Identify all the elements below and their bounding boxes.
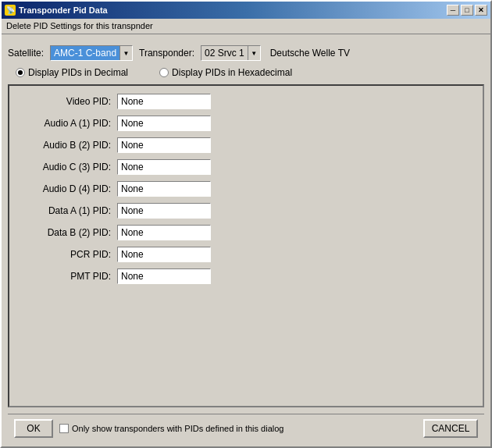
- radio-hexadecimal-label: Display PIDs in Hexadecimal: [172, 67, 292, 78]
- pid-label-7: PCR PID:: [25, 249, 111, 260]
- radio-decimal-circle[interactable]: [16, 68, 25, 77]
- pid-label-3: Audio C (3) PID:: [25, 162, 111, 172]
- window-content: Satellite: AMC-1 C-band ▼ Transponder: 0…: [2, 34, 490, 446]
- channel-name: Deutsche Welle TV: [270, 48, 350, 59]
- checkbox-label: Only show transponders with PIDs defined…: [72, 424, 283, 433]
- satellite-label: Satellite:: [8, 48, 44, 59]
- satellite-dropdown-arrow[interactable]: ▼: [119, 46, 132, 60]
- window-controls: ─ □ ✕: [447, 5, 487, 16]
- pid-input-0[interactable]: [117, 94, 211, 109]
- minimize-button[interactable]: ─: [447, 5, 459, 16]
- title-bar: 📡 Transponder Pid Data ─ □ ✕: [2, 2, 490, 19]
- pid-row-7: PCR PID:: [25, 247, 467, 262]
- pid-input-4[interactable]: [117, 181, 211, 197]
- pid-input-2[interactable]: [117, 137, 211, 153]
- pid-row-1: Audio A (1) PID:: [25, 116, 467, 131]
- pid-input-5[interactable]: [117, 203, 211, 219]
- pid-label-8: PMT PID:: [25, 271, 111, 282]
- transponder-value: 02 Srvc 1: [201, 46, 248, 60]
- pid-row-6: Data B (2) PID:: [25, 225, 467, 240]
- pid-row-2: Audio B (2) PID:: [25, 137, 467, 153]
- subtitle-text: Delete PID Settings for this transpnder: [6, 21, 153, 30]
- radio-hexadecimal-circle[interactable]: [159, 68, 169, 77]
- radio-hexadecimal[interactable]: Display PIDs in Hexadecimal: [159, 67, 292, 78]
- subtitle-bar: Delete PID Settings for this transpnder: [2, 19, 490, 34]
- pid-row-5: Data A (1) PID:: [25, 203, 467, 219]
- satellite-dropdown[interactable]: AMC-1 C-band ▼: [50, 45, 133, 61]
- radio-row: Display PIDs in Decimal Display PIDs in …: [8, 67, 484, 78]
- pid-label-2: Audio B (2) PID:: [25, 140, 111, 151]
- main-window: 📡 Transponder Pid Data ─ □ ✕ Delete PID …: [0, 0, 492, 448]
- radio-decimal[interactable]: Display PIDs in Decimal: [16, 67, 128, 78]
- close-button[interactable]: ✕: [475, 5, 487, 16]
- pid-label-5: Data A (1) PID:: [25, 205, 111, 216]
- maximize-button[interactable]: □: [461, 5, 473, 16]
- pid-row-4: Audio D (4) PID:: [25, 181, 467, 197]
- pid-input-7[interactable]: [117, 247, 211, 262]
- transponder-label: Transponder:: [139, 48, 194, 59]
- minimize-icon: ─: [451, 6, 455, 14]
- app-icon: 📡: [5, 5, 16, 16]
- pid-label-4: Audio D (4) PID:: [25, 183, 111, 194]
- ok-button[interactable]: OK: [14, 419, 53, 438]
- pid-row-3: Audio C (3) PID:: [25, 159, 467, 175]
- pid-input-6[interactable]: [117, 225, 211, 240]
- pid-input-1[interactable]: [117, 116, 211, 131]
- pid-input-8[interactable]: [117, 268, 211, 284]
- window-title: Transponder Pid Data: [19, 5, 108, 15]
- close-icon: ✕: [478, 6, 484, 14]
- pid-row-0: Video PID:: [25, 94, 467, 109]
- maximize-icon: □: [465, 6, 469, 14]
- pid-label-0: Video PID:: [25, 96, 111, 107]
- satellite-value: AMC-1 C-band: [51, 46, 119, 60]
- pid-label-6: Data B (2) PID:: [25, 227, 111, 238]
- pid-input-3[interactable]: [117, 159, 211, 175]
- radio-decimal-label: Display PIDs in Decimal: [28, 67, 128, 78]
- transponder-dropdown-arrow[interactable]: ▼: [248, 46, 260, 60]
- transponder-dropdown[interactable]: 02 Srvc 1 ▼: [201, 45, 261, 61]
- bottom-bar: OK Only show transponders with PIDs defi…: [8, 414, 484, 442]
- checkbox-row: Only show transponders with PIDs defined…: [59, 424, 417, 433]
- cancel-button[interactable]: CANCEL: [423, 419, 478, 438]
- title-bar-left: 📡 Transponder Pid Data: [5, 5, 108, 16]
- show-transponders-checkbox[interactable]: [59, 424, 69, 433]
- pid-container: Video PID: Audio A (1) PID: Audio B (2) …: [8, 84, 484, 407]
- top-row: Satellite: AMC-1 C-band ▼ Transponder: 0…: [8, 45, 484, 61]
- pid-row-8: PMT PID:: [25, 268, 467, 284]
- pid-label-1: Audio A (1) PID:: [25, 118, 111, 129]
